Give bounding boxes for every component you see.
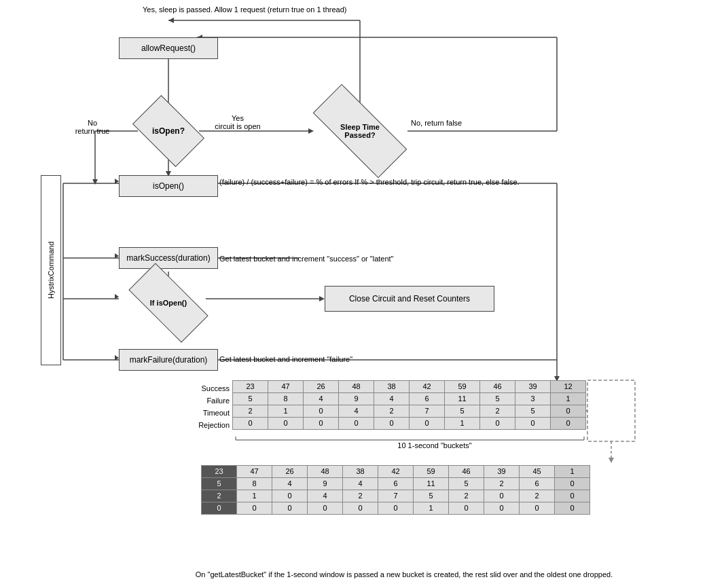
bucket-cell-bottom: 7	[378, 490, 414, 502]
bucket-cell-bottom: 2	[343, 490, 378, 502]
bucket-cell: 0	[268, 418, 304, 430]
bucket-cell-bottom: 0	[555, 502, 590, 515]
if-is-open-diamond-text: If isOpen()	[150, 299, 187, 307]
label-success: Success	[182, 382, 230, 394]
diagram-container: HystrixCommand allowRequest() isOpen? Sl…	[0, 0, 726, 588]
bucket-cell: 26	[304, 381, 339, 393]
yes-circuit-open-text: Yes circuit is open	[215, 114, 260, 130]
bucket-cell: 9	[339, 393, 374, 405]
bucket-cell: 11	[445, 393, 480, 405]
is-open-formula-text: (failure) / (success+failure) = % of err…	[219, 178, 520, 186]
bucket-cell: 1	[445, 418, 480, 430]
mark-failure-label: markFailure(duration)	[130, 355, 208, 365]
top-bucket-table: 2347264838425946391258494611531210427525…	[232, 380, 586, 430]
bucket-cell-bottom: 45	[520, 466, 555, 478]
bucket-cell: 12	[551, 381, 586, 393]
mark-failure-annotation: Get latest bucket and increment "failure…	[219, 355, 552, 363]
bucket-cell: 59	[445, 381, 480, 393]
mark-success-label: markSuccess(duration)	[126, 253, 210, 263]
bucket-cell-bottom: 23	[202, 466, 237, 478]
bucket-cell-bottom: 0	[484, 502, 520, 515]
bottom-note: On "getLatestBucket" if the 1-second win…	[149, 570, 659, 578]
bucket-cell-bottom: 1	[414, 502, 449, 515]
bucket-cell: 5	[480, 393, 515, 405]
hystrix-command-text: HystrixCommand	[47, 242, 55, 299]
bucket-cell: 0	[233, 418, 268, 430]
bucket-cell: 0	[304, 418, 339, 430]
close-circuit-label: Close Circuit and Reset Counters	[349, 294, 470, 304]
bucket-cell-bottom: 26	[272, 466, 308, 478]
bucket-cell-bottom: 1	[237, 490, 272, 502]
label-rejection: Rejection	[182, 419, 230, 431]
bucket-cell-bottom: 5	[202, 478, 237, 490]
bucket-cell-bottom: 4	[272, 478, 308, 490]
no-return-false-annotation: No, return false	[411, 119, 462, 127]
bucket-cell: 0	[304, 405, 339, 418]
is-open-diamond-text: isOpen?	[152, 126, 185, 136]
bucket-cell: 0	[339, 418, 374, 430]
svg-marker-7	[115, 294, 119, 299]
label-timeout: Timeout	[182, 407, 230, 419]
bucket-cell-bottom: 2	[449, 490, 484, 502]
bucket-cell: 1	[268, 405, 304, 418]
bucket-cell: 0	[480, 418, 515, 430]
is-open-method-box: isOpen()	[119, 175, 218, 197]
no-return-false-text: No, return false	[411, 119, 462, 127]
bucket-cell-bottom: 0	[555, 478, 590, 490]
bucket-cell: 2	[233, 405, 268, 418]
bucket-cell-bottom: 2	[202, 490, 237, 502]
bucket-cell-bottom: 0	[520, 502, 555, 515]
no-return-true-annotation: No return true	[72, 119, 113, 135]
bucket-row-labels-top: Success Failure Timeout Rejection	[182, 382, 230, 431]
bucket-cell: 46	[480, 381, 515, 393]
bucket-cell-bottom: 4	[308, 490, 343, 502]
yes-sleep-annotation: Yes, sleep is passed. Allow 1 request (r…	[143, 5, 503, 14]
bucket-cell-bottom: 0	[308, 502, 343, 515]
svg-marker-38	[609, 458, 614, 463]
bucket-cell-bottom: 0	[343, 502, 378, 515]
bucket-cell: 6	[410, 393, 445, 405]
bucket-cell-bottom: 9	[308, 478, 343, 490]
is-open-method-label: isOpen()	[153, 181, 184, 191]
bucket-cell: 5	[233, 393, 268, 405]
is-open-formula-annotation: (failure) / (success+failure) = % of err…	[219, 178, 552, 186]
sleep-time-diamond-text: Sleep Time Passed?	[340, 123, 380, 139]
bucket-cell: 47	[268, 381, 304, 393]
bucket-cell-bottom: 39	[484, 466, 520, 478]
bucket-cell: 7	[410, 405, 445, 418]
buckets-label: 10 1-second "buckets"	[346, 441, 523, 449]
bucket-cell: 5	[445, 405, 480, 418]
bucket-cell: 48	[339, 381, 374, 393]
svg-marker-13	[92, 179, 98, 185]
bucket-cell-bottom: 0	[202, 502, 237, 515]
bottom-note-text: On "getLatestBucket" if the 1-second win…	[196, 570, 613, 578]
bucket-cell-bottom: 59	[414, 466, 449, 478]
close-circuit-box: Close Circuit and Reset Counters	[325, 286, 494, 312]
bucket-cell: 0	[551, 418, 586, 430]
bucket-cell-bottom: 0	[555, 490, 590, 502]
bucket-cell-bottom: 1	[555, 466, 590, 478]
bucket-cell-bottom: 4	[343, 478, 378, 490]
bucket-cell: 0	[551, 405, 586, 418]
bucket-cell-bottom: 8	[237, 478, 272, 490]
bucket-cell-bottom: 0	[272, 490, 308, 502]
mark-failure-box: markFailure(duration)	[119, 349, 218, 371]
bucket-cell: 2	[374, 405, 410, 418]
bucket-cell-bottom: 46	[449, 466, 484, 478]
mark-success-box: markSuccess(duration)	[119, 247, 218, 269]
svg-marker-15	[308, 128, 314, 134]
bucket-cell-bottom: 38	[343, 466, 378, 478]
bucket-cell-bottom: 2	[520, 490, 555, 502]
bucket-cell: 8	[268, 393, 304, 405]
bucket-cell: 4	[304, 393, 339, 405]
no-return-true-text: No return true	[75, 119, 110, 135]
is-open-diamond: isOpen?	[138, 111, 199, 151]
allow-request-label: allowRequest()	[141, 43, 196, 53]
label-failure: Failure	[182, 394, 230, 407]
bucket-cell: 4	[374, 393, 410, 405]
bucket-cell-bottom: 6	[378, 478, 414, 490]
hystrix-command-label: HystrixCommand	[41, 175, 61, 365]
bucket-cell-bottom: 0	[449, 502, 484, 515]
bucket-cell: 0	[410, 418, 445, 430]
bucket-cell: 5	[515, 405, 551, 418]
